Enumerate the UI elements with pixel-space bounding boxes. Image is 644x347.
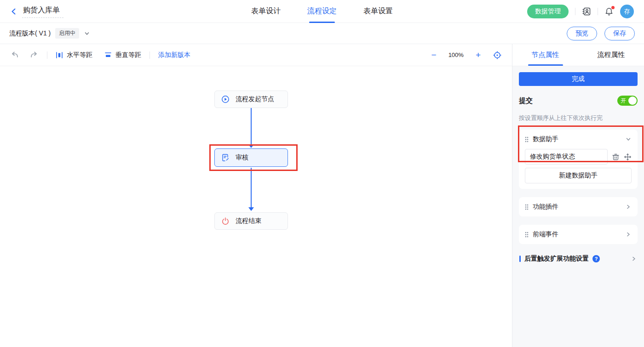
flow-edge — [251, 108, 252, 145]
post-trigger-row[interactable]: 后置触发扩展功能设置 ? — [519, 255, 638, 263]
plugin-card[interactable]: 功能插件 — [519, 197, 638, 216]
contacts-icon[interactable] — [582, 7, 591, 16]
panel-tabs: 节点属性 流程属性 — [512, 44, 644, 66]
execution-hint: 按设置顺序从上往下依次执行完 — [519, 114, 638, 122]
drag-handle-icon[interactable] — [525, 137, 529, 142]
page-title[interactable]: 购货入库单 — [22, 5, 63, 18]
divider — [150, 51, 150, 59]
tab-form-design[interactable]: 表单设计 — [251, 0, 281, 23]
arrowhead-icon — [248, 207, 254, 211]
app-window: 购货入库单 表单设计 流程设定 表单设置 数据管理 — [0, 0, 644, 347]
drag-handle-icon[interactable] — [525, 232, 529, 238]
zoom-in-button[interactable]: + — [476, 51, 481, 59]
version-bar: 流程版本( V1 ) 启用中 预览 保存 — [0, 23, 644, 44]
flow-node-review[interactable]: 审核 — [214, 148, 288, 167]
status-badge: 启用中 — [55, 28, 79, 39]
new-data-helper-button[interactable]: 新建数据助手 — [525, 168, 632, 183]
vertical-equal-button[interactable]: 垂直等距 — [104, 51, 141, 59]
header-tabs: 表单设计 流程设定 表单设置 — [251, 0, 393, 23]
horizontal-equal-button[interactable]: 水平等距 — [56, 51, 92, 59]
section-marker — [519, 256, 521, 262]
preview-button[interactable]: 预览 — [567, 27, 597, 40]
toggle-on-label: 开 — [621, 97, 626, 105]
properties-panel: 节点属性 流程属性 完成 提交 开 按设置顺序从上往下依次执行完 — [512, 44, 644, 347]
chevron-right-icon[interactable] — [625, 204, 632, 210]
zoom-level: 100% — [448, 51, 464, 58]
data-helper-header[interactable]: 数据助手 — [519, 130, 638, 149]
flow-node-end[interactable]: 流程结束 — [214, 212, 288, 230]
drag-handle-icon[interactable] — [525, 204, 529, 210]
version-label: 流程版本( V1 ) — [9, 29, 51, 38]
flow-designer: 水平等距 垂直等距 添加新版本 − 100% + — [0, 44, 512, 347]
frontend-event-card[interactable]: 前端事件 — [519, 225, 638, 244]
vertical-distribute-icon — [104, 51, 112, 59]
undo-icon[interactable] — [10, 51, 19, 59]
post-trigger-title: 后置触发扩展功能设置 — [524, 255, 589, 263]
canvas-toolbar: 水平等距 垂直等距 添加新版本 − 100% + — [0, 44, 512, 66]
power-icon — [221, 217, 230, 225]
add-version-link[interactable]: 添加新版本 — [158, 51, 190, 59]
zoom-out-button[interactable]: − — [431, 51, 437, 59]
flow-node-start[interactable]: 流程发起节点 — [214, 91, 288, 108]
chevron-down-icon[interactable] — [625, 136, 632, 142]
tab-flow-properties[interactable]: 流程属性 — [578, 44, 644, 66]
panel-body: 完成 提交 开 按设置顺序从上往下依次执行完 数据助手 — [512, 66, 644, 347]
data-manage-button[interactable]: 数据管理 — [527, 5, 569, 18]
divider — [575, 8, 575, 15]
submit-toggle[interactable]: 开 — [617, 96, 638, 106]
tab-flow-setting[interactable]: 流程设定 — [307, 0, 337, 23]
data-helper-card: 数据助手 修改购货单状态 — [519, 130, 638, 189]
back-chevron-icon — [10, 8, 17, 15]
center-locate-icon[interactable] — [493, 51, 502, 60]
header-actions: 数据管理 存 — [527, 5, 634, 18]
redo-icon[interactable] — [29, 51, 39, 59]
flow-canvas[interactable]: 流程发起节点 审核 — [0, 66, 512, 347]
avatar[interactable]: 存 — [620, 5, 634, 18]
chevron-right-icon[interactable] — [631, 256, 637, 262]
back-button[interactable] — [10, 8, 17, 15]
chevron-down-icon[interactable] — [84, 30, 90, 37]
chevron-right-icon[interactable] — [625, 231, 632, 238]
play-icon — [221, 95, 230, 103]
help-icon[interactable]: ? — [592, 255, 600, 262]
tab-form-setting[interactable]: 表单设置 — [363, 0, 393, 23]
save-button[interactable]: 保存 — [604, 27, 635, 40]
data-helper-title: 数据助手 — [533, 135, 558, 143]
node-label: 流程发起节点 — [236, 95, 274, 103]
frontend-event-title: 前端事件 — [533, 230, 558, 239]
tab-node-properties[interactable]: 节点属性 — [512, 44, 578, 66]
move-icon[interactable] — [624, 153, 632, 161]
notification-dot — [611, 6, 615, 9]
version-actions: 预览 保存 — [567, 27, 635, 40]
flow-edge — [251, 168, 252, 208]
divider — [598, 8, 598, 15]
plugin-title: 功能插件 — [533, 203, 558, 211]
done-button[interactable]: 完成 — [519, 72, 638, 86]
data-helper-item[interactable]: 修改购货单状态 — [525, 149, 608, 165]
node-label: 流程结束 — [236, 217, 261, 225]
divider — [47, 51, 47, 59]
delete-icon[interactable] — [612, 153, 620, 161]
arrowhead-icon — [248, 144, 254, 148]
notification-bell-icon[interactable] — [604, 7, 614, 16]
edit-document-icon — [221, 154, 230, 162]
toggle-knob — [628, 97, 637, 105]
horizontal-distribute-icon — [56, 51, 63, 59]
top-header: 购货入库单 表单设计 流程设定 表单设置 数据管理 — [0, 0, 644, 23]
submit-label: 提交 — [519, 97, 533, 105]
node-label: 审核 — [236, 154, 248, 162]
